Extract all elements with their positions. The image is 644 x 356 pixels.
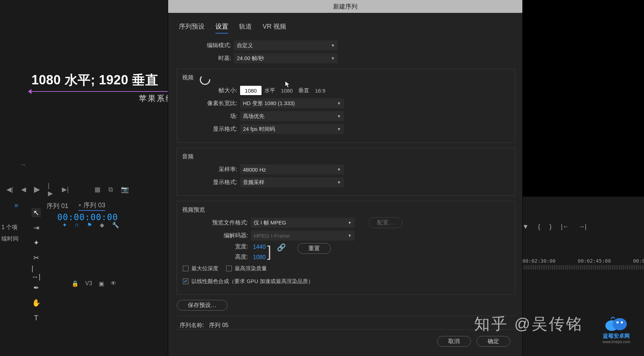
annotation-text: 1080 水平; 1920 垂直 [31, 71, 175, 89]
razor-tool-icon[interactable]: ✂ [31, 253, 41, 262]
tab-presets[interactable]: 序列预设 [179, 22, 205, 34]
save-preset-button[interactable]: 保存预设… [177, 300, 228, 311]
markers-icon[interactable]: ◆ [100, 222, 104, 228]
logo-name: 蓝莓安卓网 [603, 333, 630, 340]
insert-controls: ⤳ [16, 162, 31, 168]
out-bracket-icon[interactable]: } [550, 223, 552, 231]
play-icon[interactable]: ▶ [34, 185, 40, 194]
seq-tab-2[interactable]: ×序列 03 [78, 201, 105, 211]
next-frame-icon[interactable]: ▶| [62, 186, 69, 193]
linked-sel-icon[interactable]: ⚑ [87, 222, 92, 228]
lock-icon[interactable]: 🔒 [72, 280, 79, 287]
new-sequence-dialog: 新建序列 序列预设 设置 轨道 VR 视频 编辑模式: 自定义▼ 时基: 24.… [168, 0, 522, 356]
in-bracket-icon[interactable]: { [538, 223, 540, 231]
duration-label: 续时间 [1, 235, 19, 243]
par-select[interactable]: HD 变形 1080 (1.333)▼ [240, 98, 344, 108]
frame-h-label: 水平 [264, 87, 275, 94]
close-icon[interactable]: × [78, 202, 81, 208]
chevron-down-icon: ▼ [337, 127, 341, 131]
hand-tool-icon[interactable]: ✋ [31, 298, 41, 307]
preview-file-label: 预览文件格式: [183, 219, 251, 227]
preview-height-label: 高度: [183, 253, 251, 261]
chevron-down-icon: ▼ [331, 56, 335, 60]
marker-icon[interactable]: ▼ [522, 223, 529, 231]
preview-height-value[interactable]: 1080 [253, 254, 266, 261]
seq-tab-1[interactable]: 序列 01 [47, 201, 68, 211]
preview-width-label: 宽度: [183, 243, 251, 251]
chevron-down-icon: ▼ [337, 180, 341, 184]
audio-display-select[interactable]: 音频采样▼ [240, 177, 344, 187]
timeline-snap-icons: ✦ ∩ ⚑ ◆ 🔧 [62, 222, 119, 228]
chevron-down-icon: ▼ [337, 167, 341, 172]
ok-button[interactable]: 确定 [477, 336, 510, 347]
settings-wrench-icon[interactable]: 🔧 [112, 222, 119, 228]
sequence-name-label: 序列名称: [180, 322, 204, 329]
step-fwd-icon[interactable]: |▶ [48, 182, 54, 197]
timebase-select[interactable]: 24.00 帧/秒▼ [234, 53, 338, 63]
program-monitor [522, 0, 644, 197]
selection-tool-icon[interactable]: ↖ [31, 208, 41, 217]
audio-section-header: 音频 [182, 153, 509, 160]
program-transport: ▼ { } |← →| [522, 223, 640, 231]
preview-file-select[interactable]: 仅 I 帧 MPEG▼ [251, 218, 355, 228]
type-tool-icon[interactable]: T [31, 313, 41, 322]
tab-vr[interactable]: VR 视频 [263, 22, 286, 34]
sample-rate-select[interactable]: 48000 Hz▼ [240, 164, 344, 174]
frame-ratio: 16:9 [315, 88, 325, 94]
export-frame-icon[interactable]: ▦ [94, 186, 101, 193]
tab-settings[interactable]: 设置 [215, 22, 228, 34]
frame-size-label: 帧大小: [183, 87, 240, 94]
prev-frame-icon[interactable]: ◀| [6, 186, 13, 193]
playhead-timecode[interactable]: 00:00:00:00 [57, 212, 118, 222]
link-icon[interactable]: 🔗 [277, 243, 286, 252]
magnet-icon[interactable]: ∩ [75, 222, 79, 228]
sequence-name-input[interactable] [209, 322, 512, 329]
ripple-tool-icon[interactable]: ✦ [31, 238, 41, 247]
cancel-button[interactable]: 取消 [437, 336, 471, 347]
svg-point-2 [613, 318, 627, 330]
par-label: 像素长宽比: [183, 100, 240, 107]
prev-icon[interactable]: |← [561, 223, 569, 231]
panel-menu-icon[interactable]: » [14, 201, 18, 209]
frame-v-label: 垂直 [298, 87, 309, 94]
edit-mode-select[interactable]: 自定义▼ [234, 40, 338, 50]
bracket-icon: ] [267, 243, 272, 260]
chevron-down-icon: ▼ [348, 233, 352, 238]
eye-icon[interactable]: 👁 [111, 280, 116, 287]
chevron-down-icon: ▼ [331, 43, 335, 48]
video-section-header: 视频 [182, 74, 509, 81]
snap-icon[interactable]: ✦ [62, 222, 67, 228]
overwrite-icon[interactable]: ⤳ [21, 162, 25, 168]
fields-label: 场: [183, 113, 240, 120]
slip-tool-icon[interactable]: |↔| [31, 268, 41, 277]
camera-icon[interactable]: 📷 [121, 186, 129, 193]
frame-height-value[interactable]: 1080 [281, 88, 293, 94]
codec-select: MPEG I-Frame▼ [251, 231, 355, 241]
watermark-text: 知乎 @吴传铭 [474, 313, 583, 335]
reset-button[interactable]: 重置 [297, 243, 331, 254]
next-icon[interactable]: →| [579, 223, 587, 231]
track-select-tool-icon[interactable]: ⇥ [31, 223, 41, 232]
pen-tool-icon[interactable]: ✒ [31, 283, 41, 292]
max-render-quality-checkbox[interactable]: 最高渲染质量 [226, 265, 267, 272]
loading-icon [199, 73, 211, 86]
tab-tracks[interactable]: 轨道 [239, 22, 252, 34]
target-icon[interactable]: ▣ [99, 280, 104, 287]
preview-width-value[interactable]: 1440 [253, 244, 266, 250]
chevron-down-icon: ▼ [337, 101, 341, 105]
preview-section-header: 视频预览 [182, 206, 509, 214]
chevron-down-icon: ▼ [348, 221, 352, 225]
frame-width-input[interactable] [240, 86, 262, 95]
sample-rate-label: 采样率: [183, 166, 240, 173]
max-bit-depth-checkbox[interactable]: 最大位深度 [183, 265, 218, 272]
annotation-subtext: 苹果系统 [31, 93, 175, 104]
project-count: 1 个项 [1, 224, 18, 231]
ruler-tick: 00:02:45:00 [578, 258, 611, 264]
linear-color-checkbox[interactable]: ✔以线性颜色合成（要求 GPU 加速或最高渲染品质） [183, 278, 313, 285]
fields-select[interactable]: 高场优先▼ [240, 111, 344, 121]
tool-column: ↖ ⇥ ✦ ✂ |↔| ✒ ✋ T [31, 208, 41, 322]
display-format-select[interactable]: 24 fps 时间码▼ [240, 124, 344, 134]
step-back-icon[interactable]: ◀ [21, 186, 26, 193]
ruler-tick: 00:03:00:00 [633, 258, 644, 264]
comp-icon[interactable]: ⧉ [108, 186, 113, 193]
